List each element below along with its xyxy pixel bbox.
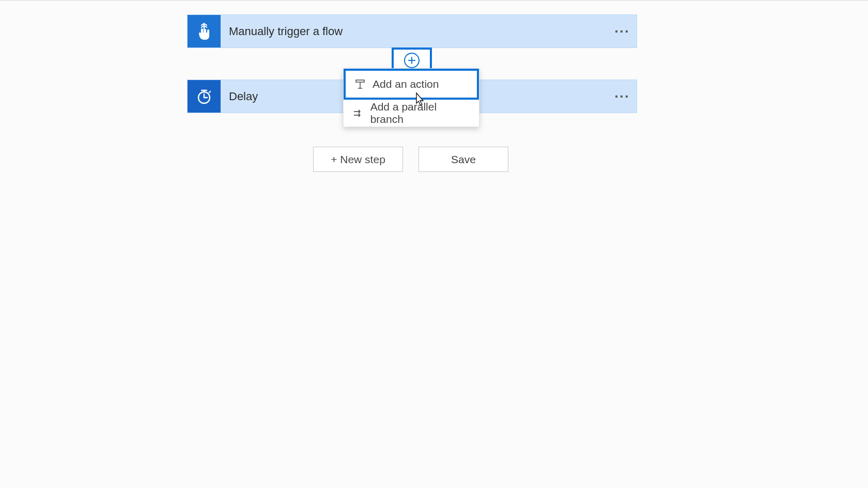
top-divider [0, 0, 868, 1]
menu-item-add-action[interactable]: Add an action [344, 69, 479, 100]
step-trigger-menu-button[interactable]: ··· [608, 15, 637, 48]
step-trigger-card[interactable]: Manually trigger a flow ··· [187, 14, 637, 48]
menu-item-add-action-label: Add an action [373, 78, 439, 90]
insert-menu-dropdown: Add an action Add a parallel branch [343, 68, 479, 127]
add-parallel-icon [351, 108, 365, 118]
step-trigger-title: Manually trigger a flow [221, 15, 608, 48]
step-delay-menu-button[interactable]: ··· [608, 80, 637, 113]
save-label: Save [451, 153, 476, 166]
menu-item-add-parallel[interactable]: Add a parallel branch [344, 100, 479, 127]
footer-buttons: + New step Save [313, 147, 508, 172]
menu-item-add-parallel-label: Add a parallel branch [370, 101, 472, 125]
new-step-label: + New step [331, 153, 385, 166]
new-step-button[interactable]: + New step [313, 147, 403, 172]
save-button[interactable]: Save [419, 147, 508, 172]
flow-designer-canvas: Manually trigger a flow ··· Delay ··· [0, 0, 868, 488]
add-action-icon [353, 79, 367, 89]
delay-icon [188, 80, 221, 113]
ellipsis-icon: ··· [614, 89, 629, 104]
trigger-icon [188, 15, 221, 48]
plus-icon [404, 53, 420, 68]
svg-rect-1 [356, 80, 364, 82]
ellipsis-icon: ··· [614, 24, 629, 39]
